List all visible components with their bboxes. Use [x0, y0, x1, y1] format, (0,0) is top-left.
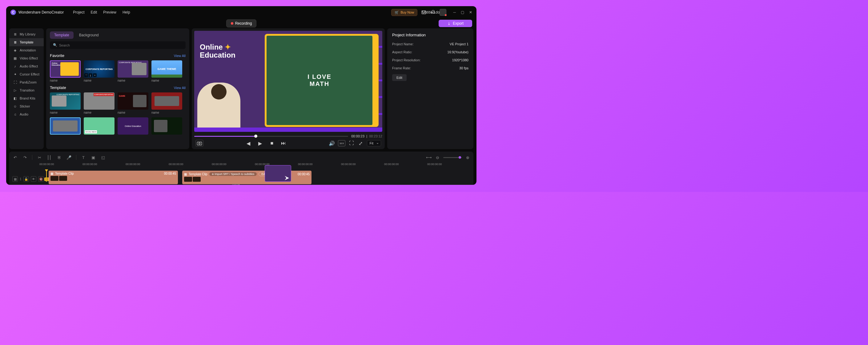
- sidebar-item-audio[interactable]: ♫Audio: [9, 110, 44, 118]
- template-thumb[interactable]: CORPORATE REPORTING♡⭳+ name: [84, 60, 115, 82]
- sidebar-item-sticker[interactable]: ☺Sticker: [9, 102, 44, 110]
- preview-title: Online ✦ Education: [200, 43, 236, 59]
- template-thumb[interactable]: OnlineEducation name: [50, 60, 81, 82]
- fullscreen-icon[interactable]: ⤢: [358, 140, 364, 146]
- sidebar-item-video-effect[interactable]: ▦Video Effect: [9, 54, 44, 62]
- zoom-slider[interactable]: [443, 157, 462, 158]
- template-thumb[interactable]: CORPORATE REPORTINGname: [84, 92, 115, 114]
- minimize-icon[interactable]: ─: [453, 10, 456, 15]
- crop-icon[interactable]: ⛶: [348, 140, 354, 146]
- progress-knob[interactable]: [254, 135, 257, 138]
- fit-select[interactable]: Fit: [367, 140, 381, 146]
- next-frame-button[interactable]: ⏭: [280, 140, 286, 146]
- timeline-ruler[interactable]: 00:00:00:00 00:00:00:00 00:00:00:00 00:0…: [39, 163, 470, 168]
- pip-button[interactable]: ◱: [100, 155, 106, 160]
- sidebar-item-brand-kits[interactable]: ◧Brand Kits: [9, 94, 44, 102]
- mute-button[interactable]: 🔇: [38, 176, 44, 182]
- track-type-icon[interactable]: ▦: [12, 176, 18, 182]
- info-row-aspect: Aspect Ratio:16:9(Youtube): [392, 50, 468, 54]
- lock-button[interactable]: 🔓: [23, 176, 29, 182]
- search-box[interactable]: 🔍: [50, 41, 186, 49]
- zoom-out-button[interactable]: ⊖: [435, 155, 440, 160]
- volume-icon[interactable]: 🔊: [329, 140, 335, 146]
- timeline-clip[interactable]: ▦ Template Clip ⊕ Import SRT / Speech to…: [182, 171, 311, 184]
- preview-progress-row: 00:00:23 | 00:23:12: [194, 134, 382, 138]
- zoom-in-button[interactable]: ⊕: [465, 155, 470, 160]
- menu-preview[interactable]: Preview: [103, 10, 116, 15]
- voiceover-button[interactable]: 🎤: [66, 155, 72, 160]
- svg-rect-1: [197, 142, 202, 145]
- marker-button[interactable]: ⛨: [56, 155, 62, 160]
- download-icon[interactable]: ⭳: [89, 73, 92, 77]
- tab-background[interactable]: Background: [75, 31, 103, 39]
- drag-preview-thumb[interactable]: [265, 165, 291, 182]
- sidebar-item-annotation[interactable]: ◈Annotation: [9, 46, 44, 54]
- import-srt-button[interactable]: ⊕ Import SRT / Speech to subtitles: [209, 172, 257, 176]
- tab-template[interactable]: Template: [50, 31, 73, 39]
- template-icon: ▦: [184, 173, 187, 176]
- close-icon[interactable]: ✕: [469, 10, 472, 15]
- preview-panel: Online ✦ Education I LOVE MATH: [192, 28, 385, 149]
- fit-timeline-button[interactable]: ⟷: [426, 155, 432, 160]
- view-all-link[interactable]: View All: [174, 54, 186, 58]
- sidebar-label: Audio Effect: [20, 64, 38, 68]
- sidebar-item-cursor-effect[interactable]: ✦Cursor Effect: [9, 70, 44, 78]
- template-thumb[interactable]: GAMEname: [118, 92, 148, 114]
- add-icon[interactable]: +: [93, 73, 97, 77]
- edit-project-button[interactable]: Edit: [392, 74, 407, 81]
- buy-now-button[interactable]: 🛒 Buy Now: [391, 9, 417, 16]
- export-button[interactable]: ⭳ Export: [439, 20, 472, 27]
- menu-project[interactable]: Project: [73, 10, 84, 15]
- template-thumb[interactable]: [50, 117, 81, 135]
- template-thumb[interactable]: SOCIAL MEDIA: [84, 117, 115, 135]
- stop-button[interactable]: ■: [269, 140, 275, 146]
- crop-tool-button[interactable]: ✂: [37, 155, 42, 160]
- sidebar-item-template[interactable]: ≣Template: [9, 38, 44, 46]
- sidebar-item-my-library[interactable]: ≣My Library: [9, 30, 44, 38]
- preview-progress-bar[interactable]: [194, 136, 348, 137]
- thumb-label: name: [118, 79, 148, 82]
- template-thumb[interactable]: CORPORATE REPORTINGname: [50, 92, 81, 114]
- sidebar-item-audio-effect[interactable]: ♪Audio Effect: [9, 62, 44, 70]
- section-title: Template: [50, 85, 66, 90]
- template-thumb[interactable]: [151, 117, 182, 135]
- sidebar-item-transition[interactable]: ▷Transition: [9, 86, 44, 94]
- play-button[interactable]: ▶: [257, 140, 263, 146]
- layers-icon: ≣: [13, 40, 17, 45]
- split-button[interactable]: ⎮⎮: [46, 155, 52, 160]
- template-thumb[interactable]: CORPORATE REPORTING name: [118, 60, 148, 82]
- export-label: Export: [453, 21, 464, 26]
- favorite-icon[interactable]: ♡: [84, 73, 88, 77]
- thumb-label: name: [84, 111, 115, 114]
- search-input[interactable]: [59, 44, 183, 47]
- aspect-icon[interactable]: 16:9: [338, 140, 345, 146]
- visibility-button[interactable]: 👁: [31, 176, 36, 182]
- cart-icon: 🛒: [395, 10, 399, 15]
- sidebar-item-pan-zoom[interactable]: ⛶Pan&Zoom: [9, 78, 44, 86]
- board-text-2: MATH: [310, 80, 329, 87]
- text-tool-button[interactable]: T: [81, 155, 86, 160]
- thumb-image: Online Education: [118, 117, 148, 135]
- timeline-tracks[interactable]: ▦ Template Clip 00:00:45 ▦ Template Clip…: [46, 171, 470, 182]
- template-thumb[interactable]: name: [151, 92, 182, 114]
- recording-button[interactable]: Recording: [226, 20, 257, 27]
- redo-button[interactable]: ↷: [22, 155, 28, 160]
- undo-button[interactable]: ↶: [12, 155, 18, 160]
- image-tool-button[interactable]: ▣: [91, 155, 96, 160]
- menu-edit[interactable]: Edit: [91, 10, 97, 15]
- menu-help[interactable]: Help: [123, 10, 130, 15]
- account-button[interactable]: [439, 9, 446, 16]
- template-thumb[interactable]: GAME THEME name: [151, 60, 182, 82]
- prev-frame-button[interactable]: ◀: [245, 140, 251, 146]
- timeline-clip[interactable]: ▦ Template Clip 00:00:45: [49, 171, 178, 184]
- thumb-image: CORPORATE REPORTING♡⭳+: [84, 60, 115, 78]
- thumb-image: [50, 117, 81, 135]
- music-icon: ♪: [13, 64, 17, 68]
- maximize-icon[interactable]: ▢: [461, 10, 464, 15]
- template-thumb[interactable]: Online Education: [118, 117, 148, 135]
- info-row-name: Project Name:VE Project 1: [392, 42, 468, 46]
- preview-canvas[interactable]: Online ✦ Education I LOVE MATH: [194, 31, 382, 132]
- sidebar-label: Transition: [20, 88, 34, 92]
- snapshot-button[interactable]: [195, 140, 204, 147]
- view-all-link[interactable]: View All: [174, 86, 186, 90]
